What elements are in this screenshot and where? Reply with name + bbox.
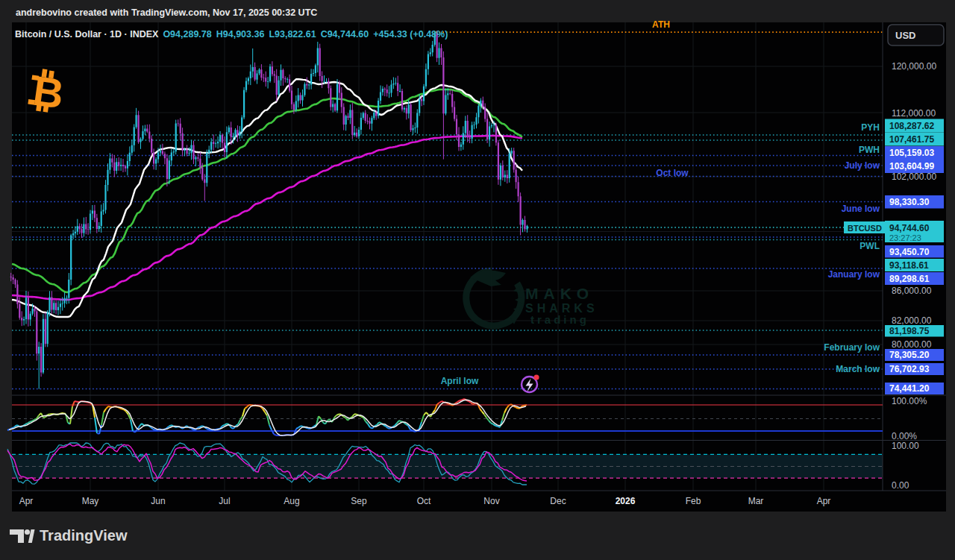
svg-text:100.00: 100.00 [892, 441, 919, 451]
svg-text:81,198.75: 81,198.75 [889, 326, 930, 336]
svg-text:100.00%: 100.00% [892, 396, 927, 406]
svg-text:PYH: PYH [861, 122, 880, 133]
svg-text:TradingView: TradingView [40, 527, 128, 544]
svg-text:July low: July low [845, 160, 880, 171]
svg-text:120,000.00: 120,000.00 [892, 61, 936, 72]
svg-text:ATH: ATH [652, 19, 670, 30]
svg-text:Oct: Oct [417, 496, 431, 506]
svg-text:105,159.03: 105,159.03 [889, 148, 934, 158]
svg-text:0.00: 0.00 [892, 480, 909, 491]
svg-text:23:27:23: 23:27:23 [889, 233, 921, 242]
svg-text:Dec: Dec [550, 496, 566, 506]
svg-text:March low: March low [836, 364, 880, 374]
svg-text:82,000.00: 82,000.00 [892, 315, 932, 326]
svg-text:102,000.00: 102,000.00 [892, 172, 936, 182]
svg-text:86,000.00: 86,000.00 [892, 286, 932, 296]
svg-text:BTCUSD: BTCUSD [848, 224, 882, 233]
svg-text:74,441.20: 74,441.20 [889, 383, 930, 394]
svg-text:2026: 2026 [616, 496, 636, 506]
svg-text:PWL: PWL [860, 241, 880, 251]
svg-text:andrebovino created with Tradi: andrebovino created with TradingView.com… [16, 7, 317, 18]
svg-text:Aug: Aug [284, 496, 299, 506]
svg-text:76,702.93: 76,702.93 [889, 364, 930, 374]
svg-text:Bitcoin / U.S. Dollar · 1D · I: Bitcoin / U.S. Dollar · 1D · INDEXO94,28… [15, 29, 448, 40]
svg-text:80,000.00: 80,000.00 [892, 339, 932, 350]
svg-text:Jun: Jun [151, 496, 165, 506]
svg-text:June low: June low [842, 204, 880, 214]
svg-text:Oct low: Oct low [656, 168, 689, 178]
svg-text:107,461.75: 107,461.75 [889, 134, 934, 145]
svg-text:January low: January low [828, 269, 880, 280]
svg-text:89,298.61: 89,298.61 [889, 274, 930, 284]
svg-text:February low: February low [824, 342, 880, 353]
svg-text:94,744.60: 94,744.60 [889, 223, 930, 233]
svg-text:MAKO: MAKO [525, 285, 594, 302]
svg-text:PWH: PWH [859, 145, 880, 155]
svg-text:Apr: Apr [817, 496, 831, 506]
svg-text:Nov: Nov [483, 496, 499, 506]
svg-text:Sep: Sep [351, 496, 367, 506]
svg-text:Feb: Feb [686, 496, 701, 506]
svg-text:78,305.20: 78,305.20 [889, 350, 930, 360]
svg-text:USD: USD [895, 30, 915, 41]
svg-text:108,287.62: 108,287.62 [889, 121, 934, 131]
svg-text:98,330.30: 98,330.30 [889, 197, 930, 207]
svg-text:112,000.00: 112,000.00 [892, 108, 936, 119]
svg-text:May: May [82, 496, 99, 506]
svg-text:Jul: Jul [219, 496, 230, 506]
svg-text:April low: April low [441, 376, 479, 386]
svg-text:103,604.99: 103,604.99 [889, 161, 934, 172]
svg-text:93,118.61: 93,118.61 [889, 260, 929, 271]
svg-text:Apr: Apr [19, 496, 34, 506]
svg-text:Mar: Mar [748, 496, 764, 506]
svg-text:trading: trading [530, 313, 589, 326]
svg-text:93,450.70: 93,450.70 [889, 247, 930, 257]
